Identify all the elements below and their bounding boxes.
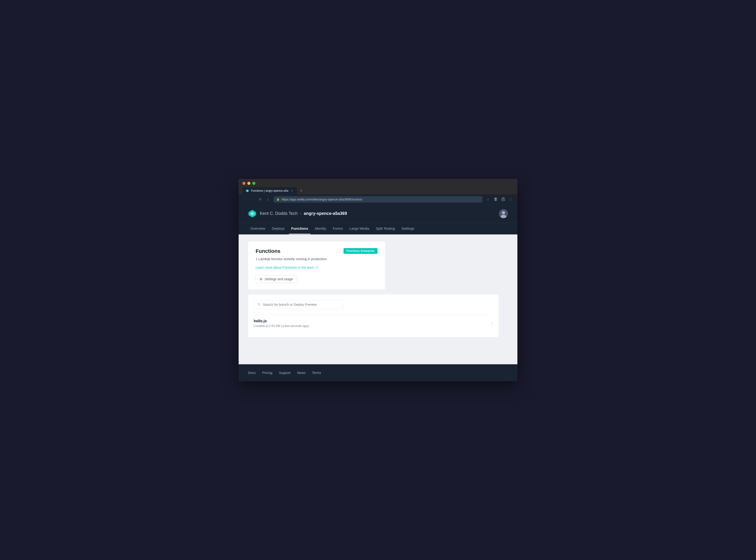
extensions-icon[interactable] [493,196,499,202]
star-icon[interactable]: ☆ [485,196,491,202]
profile-icon[interactable] [500,196,506,202]
refresh-icon: ↻ [259,197,262,201]
function-item-details: hello.js Created at 3:55 PM (a few secon… [254,319,309,328]
chevron-right-icon: › [492,321,493,325]
breadcrumb-separator: › [300,211,302,216]
home-icon: ⌂ [267,197,269,201]
tab-favicon-icon [246,189,249,193]
search-bar[interactable] [254,300,344,309]
footer-link-news[interactable]: News [297,371,306,375]
learn-more-arrow: ↗ [315,266,318,269]
settings-gear-icon: ⚙ [260,277,263,281]
nav-item-deploys[interactable]: Deploys [270,223,287,234]
breadcrumb-parent[interactable]: Kent C. Dodds Tech [260,211,298,216]
svg-point-10 [258,303,260,305]
browser-chrome: Functions | angry-spence-a5a ✕ + [239,179,517,194]
menu-icon[interactable]: ⋮ [508,196,513,202]
app-content: Kent C. Dodds Tech › angry-spence-a5a369… [239,204,517,381]
back-icon: ← [244,197,247,201]
breadcrumb-current: angry-spence-a5a369 [304,211,347,216]
footer-link-pricing[interactable]: Pricing [262,371,272,375]
nav-item-functions[interactable]: Functions [289,223,311,234]
app-nav: Overview Deploys Functions Identity Form… [239,223,517,235]
svg-point-3 [503,198,504,199]
function-list-item[interactable]: hello.js Created at 3:55 PM (a few secon… [254,315,493,332]
functions-card-title: Functions [256,248,280,254]
footer-link-support[interactable]: Support [279,371,291,375]
nav-item-identity[interactable]: Identity [312,223,328,234]
tab-bar: Functions | angry-spence-a5a ✕ + [243,187,513,194]
functions-card-header: Functions Functions Enterprise [256,248,377,254]
browser-actions: ☆ ⋮ [485,196,513,202]
svg-line-11 [260,305,260,305]
tab-close-icon[interactable]: ✕ [290,189,294,193]
minimize-button[interactable] [247,182,250,185]
forward-icon: → [251,197,254,201]
active-tab[interactable]: Functions | angry-spence-a5a ✕ [243,187,297,194]
refresh-button[interactable]: ↻ [257,196,263,202]
close-button[interactable] [243,182,246,185]
avatar[interactable] [499,209,508,218]
enterprise-badge: Functions Enterprise [344,248,377,254]
breadcrumb: Kent C. Dodds Tech › angry-spence-a5a369 [260,211,347,216]
home-button[interactable]: ⌂ [265,196,271,202]
search-icon [257,303,260,307]
svg-point-8 [502,211,505,214]
nav-item-split-testing[interactable]: Split Testing [373,223,398,234]
netlify-logo [248,209,256,218]
nav-item-settings[interactable]: Settings [399,223,416,234]
browser-window: Functions | angry-spence-a5a ✕ + ← → ↻ ⌂… [239,179,517,381]
app-header-left: Kent C. Dodds Tech › angry-spence-a5a369 [248,209,347,218]
traffic-lights [243,182,513,185]
maximize-button[interactable] [252,182,255,185]
functions-description: 1 Lambda function actively running in pr… [256,257,377,262]
learn-more-text: Learn more about Functions in the docs [256,266,314,269]
function-name: hello.js [254,319,309,323]
forward-button[interactable]: → [250,196,256,202]
url-text: https://app.netlify.com/sites/angry-spen… [282,198,480,201]
tab-title: Functions | angry-spence-a5a [251,189,289,193]
nav-buttons: ← → ↻ ⌂ [243,196,271,202]
url-bar[interactable]: 🔒 https://app.netlify.com/sites/angry-sp… [274,196,482,203]
functions-list-section: hello.js Created at 3:55 PM (a few secon… [248,294,499,337]
nav-item-large-media[interactable]: Large Media [347,223,371,234]
svg-point-6 [251,213,253,215]
back-button[interactable]: ← [243,196,248,202]
avatar-image [499,209,508,218]
footer-link-docs[interactable]: Docs [248,371,256,375]
nav-item-forms[interactable]: Forms [330,223,345,234]
new-tab-button[interactable]: + [298,188,305,194]
search-input[interactable] [263,303,340,306]
lock-icon: 🔒 [276,198,280,201]
nav-item-overview[interactable]: Overview [248,223,268,234]
app-footer: Docs Pricing Support News Terms [239,364,517,381]
settings-label: Settings and usage [265,277,293,281]
settings-usage-button[interactable]: ⚙ Settings and usage [256,275,297,283]
address-bar: ← → ↻ ⌂ 🔒 https://app.netlify.com/sites/… [239,194,517,204]
app-header: Kent C. Dodds Tech › angry-spence-a5a369 [239,204,517,223]
footer-link-terms[interactable]: Terms [312,371,321,375]
function-meta: Created at 3:55 PM (a few seconds ago) [254,324,309,328]
learn-more-link[interactable]: Learn more about Functions in the docs ↗ [256,266,318,269]
main-content: Functions Functions Enterprise 1 Lambda … [239,235,517,364]
functions-card: Functions Functions Enterprise 1 Lambda … [248,241,385,290]
